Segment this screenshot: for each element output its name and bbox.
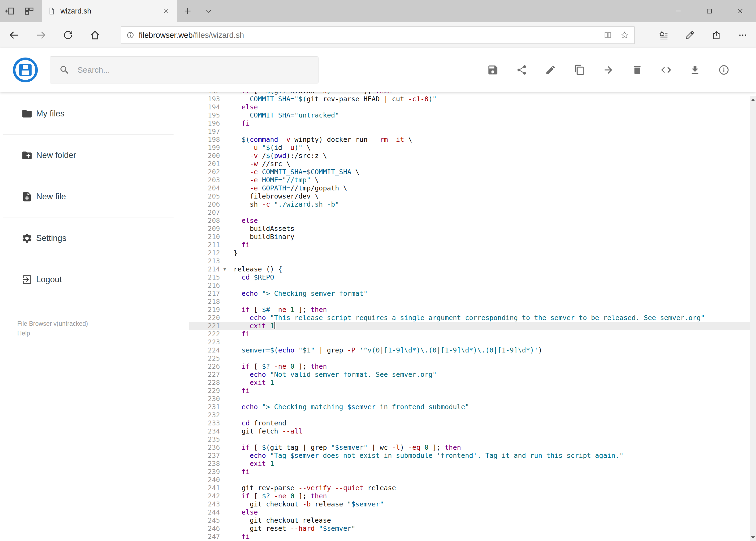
scroll-down-arrow-icon[interactable]	[750, 534, 756, 541]
share-icon[interactable]	[516, 64, 528, 76]
code-line-195[interactable]: 195 COMMIT_SHA="untracked"	[189, 111, 756, 119]
code-line-200[interactable]: 200 -v /$(pwd):/src:z \	[189, 152, 756, 160]
sidebar-item-logout[interactable]: Logout	[0, 259, 189, 300]
filebrowser-logo[interactable]	[13, 58, 38, 82]
code-line-230[interactable]: 230	[189, 395, 756, 403]
code-line-225[interactable]: 225	[189, 354, 756, 362]
code-line-233[interactable]: 233 cd frontend	[189, 419, 756, 427]
sidebar-item-new-folder[interactable]: New folder	[0, 135, 189, 176]
move-icon[interactable]	[603, 64, 614, 76]
code-line-194[interactable]: 194 else	[189, 103, 756, 111]
code-line-247[interactable]: 247 fi	[189, 533, 756, 541]
code-line-209[interactable]: 209 buildAssets	[189, 225, 756, 233]
code-line-204[interactable]: 204 -e GOPATH=//tmp/gopath \	[189, 184, 756, 192]
code-line-227[interactable]: 227 echo "Not valid semver format. See s…	[189, 370, 756, 379]
code-line-244[interactable]: 244 else	[189, 508, 756, 516]
code-line-236[interactable]: 236 if [ $(git tag | grep "$semver" | wc…	[189, 443, 756, 452]
annotate-icon[interactable]	[677, 22, 703, 48]
download-icon[interactable]	[689, 64, 701, 76]
minimize-button[interactable]	[662, 0, 694, 22]
code-line-212[interactable]: 212}	[189, 249, 756, 257]
code-line-234[interactable]: 234 git fetch --all	[189, 427, 756, 435]
code-line-196[interactable]: 196 fi	[189, 119, 756, 128]
code-line-232[interactable]: 232	[189, 411, 756, 419]
code-line-237[interactable]: 237 echo "Tag $semver does not exist in …	[189, 452, 756, 460]
new-tab-button[interactable]	[177, 0, 198, 22]
help-link[interactable]: Help	[17, 328, 30, 338]
code-line-206[interactable]: 206 sh -c "./wizard.sh -b"	[189, 201, 756, 209]
info-icon[interactable]	[718, 64, 730, 76]
code-line-228[interactable]: 228 exit 1	[189, 379, 756, 387]
scroll-up-arrow-icon[interactable]	[750, 96, 756, 103]
rename-icon[interactable]	[545, 64, 557, 76]
code-line-231[interactable]: 231 echo "> Checking matching $semver in…	[189, 403, 756, 411]
code-line-243[interactable]: 243 git checkout -b release "$semver"	[189, 500, 756, 508]
save-icon[interactable]	[487, 64, 499, 76]
code-line-215[interactable]: 215 cd $REPO	[189, 273, 756, 281]
code-line-203[interactable]: 203 -e HOME="//tmp" \	[189, 176, 756, 184]
sidebar-item-new-file[interactable]: New file	[0, 176, 189, 217]
search-bar[interactable]	[50, 56, 319, 84]
code-line-205[interactable]: 205 filebrowser/dev \	[189, 192, 756, 201]
code-line-221[interactable]: 221 exit 1	[189, 322, 756, 330]
home-icon[interactable]	[82, 22, 109, 48]
hub-icon[interactable]	[650, 22, 677, 48]
code-line-222[interactable]: 222 fi	[189, 330, 756, 338]
code-line-217[interactable]: 217 echo "> Checking semver format"	[189, 289, 756, 297]
code-line-211[interactable]: 211 fi	[189, 241, 756, 249]
tab-preview-icon[interactable]	[19, 0, 39, 22]
favorite-star-icon[interactable]	[620, 31, 629, 39]
code-line-240[interactable]: 240	[189, 476, 756, 484]
code-line-238[interactable]: 238 exit 1	[189, 460, 756, 468]
code-line-226[interactable]: 226 if [ $? -ne 0 ]; then	[189, 362, 756, 370]
code-line-241[interactable]: 241 git rev-parse --verify --quiet relea…	[189, 484, 756, 492]
code-line-197[interactable]: 197	[189, 128, 756, 136]
tab-close-icon[interactable]	[160, 5, 172, 17]
close-button[interactable]	[725, 0, 756, 22]
code-line-193[interactable]: 193 COMMIT_SHA="$(git rev-parse HEAD | c…	[189, 95, 756, 103]
code-line-214[interactable]: 214▾release () {	[189, 265, 756, 273]
copy-icon[interactable]	[574, 64, 586, 76]
code-line-213[interactable]: 213	[189, 257, 756, 265]
tab-chevron-icon[interactable]	[198, 0, 219, 22]
back-icon[interactable]	[1, 22, 28, 48]
code-line-218[interactable]: 218	[189, 297, 756, 306]
code-line-229[interactable]: 229 fi	[189, 387, 756, 395]
search-input[interactable]	[78, 65, 309, 75]
address-bar[interactable]: filebrowser.web/files/wizard.sh	[121, 26, 634, 44]
code-line-235[interactable]: 235	[189, 435, 756, 443]
code-line-201[interactable]: 201 -w //src \	[189, 160, 756, 168]
browser-tab[interactable]: wizard.sh	[42, 0, 177, 22]
scrollbar[interactable]	[750, 96, 756, 541]
delete-icon[interactable]	[631, 64, 643, 76]
share-icon[interactable]	[703, 22, 730, 48]
code-editor[interactable]: 192 if [ "$(git status -s)" == "" ]; the…	[189, 92, 756, 541]
code-line-242[interactable]: 242 if [ $? -ne 0 ]; then	[189, 492, 756, 500]
code-line-223[interactable]: 223	[189, 338, 756, 346]
code-line-199[interactable]: 199 -u "$(id -u)" \	[189, 144, 756, 152]
code-line-202[interactable]: 202 -e COMMIT_SHA=$COMMIT_SHA \	[189, 168, 756, 176]
set-aside-tabs-icon[interactable]	[0, 0, 19, 22]
code-line-224[interactable]: 224 semver=$(echo "$1" | grep -P '^v(0|[…	[189, 346, 756, 354]
code-line-246[interactable]: 246 git reset --hard "$semver"	[189, 525, 756, 533]
maximize-button[interactable]	[694, 0, 725, 22]
code-line-239[interactable]: 239 fi	[189, 468, 756, 476]
code-line-192[interactable]: 192 if [ "$(git status -s)" == "" ]; the…	[189, 92, 756, 95]
forward-icon[interactable]	[28, 22, 55, 48]
page-info-icon[interactable]	[126, 31, 134, 39]
code-line-216[interactable]: 216	[189, 281, 756, 289]
sidebar-item-settings[interactable]: Settings	[0, 218, 189, 259]
code-line-220[interactable]: 220 echo "This release script requires a…	[189, 314, 756, 322]
code-line-219[interactable]: 219 if [ $# -ne 1 ]; then	[189, 306, 756, 314]
refresh-icon[interactable]	[55, 22, 82, 48]
code-line-208[interactable]: 208 else	[189, 217, 756, 225]
code-line-207[interactable]: 207	[189, 209, 756, 217]
switch-view-icon[interactable]	[660, 64, 672, 76]
fold-marker-icon[interactable]: ▾	[220, 265, 229, 273]
code-line-245[interactable]: 245 git checkout release	[189, 516, 756, 525]
code-line-198[interactable]: 198 $(command -v winpty) docker run --rm…	[189, 136, 756, 144]
sidebar-item-my-files[interactable]: My files	[0, 93, 189, 134]
more-options-icon[interactable]	[730, 22, 756, 48]
code-line-210[interactable]: 210 buildBinary	[189, 233, 756, 241]
reading-view-icon[interactable]	[604, 31, 612, 39]
